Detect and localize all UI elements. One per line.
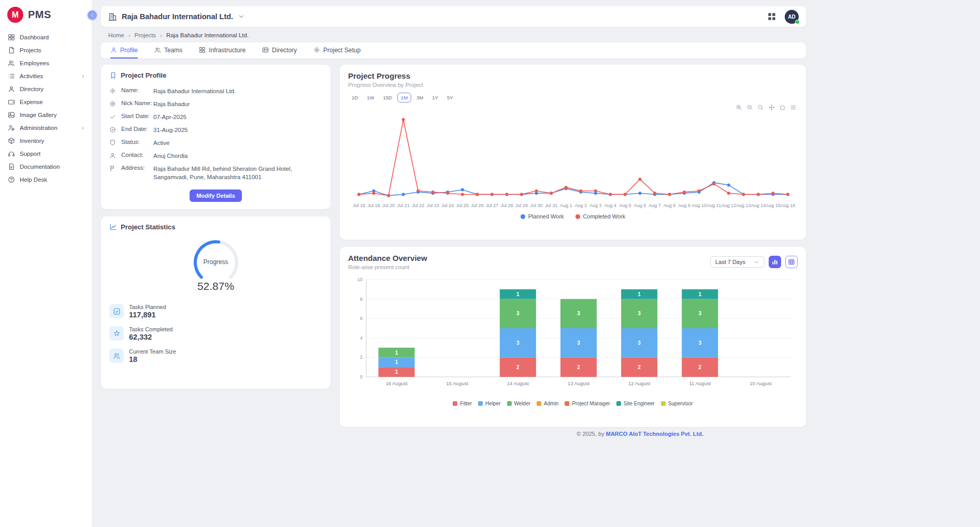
svg-text:2: 2	[699, 364, 702, 370]
bookmark-icon	[109, 71, 117, 79]
sidebar-item-label: Directory	[20, 86, 84, 92]
dashboard-icon	[8, 34, 15, 41]
legend-dot	[521, 214, 525, 219]
question-icon	[8, 176, 15, 183]
user-avatar[interactable]: AD	[785, 10, 799, 24]
range-3m-button[interactable]: 3M	[413, 93, 427, 103]
sidebar-item-help-desk[interactable]: Help Desk	[0, 173, 92, 186]
svg-text:Jul 24: Jul 24	[441, 203, 454, 208]
home-icon[interactable]	[779, 104, 786, 111]
people-icon	[154, 47, 161, 53]
breadcrumb: Home›Projects›Raja Bahadur International…	[108, 32, 806, 38]
legend-item[interactable]: Project Manager	[565, 401, 610, 406]
svg-text:Aug 10: Aug 10	[691, 203, 707, 208]
svg-text:3: 3	[638, 340, 641, 346]
range-1m-button[interactable]: 1M	[397, 93, 411, 103]
menu-icon[interactable]	[790, 104, 797, 111]
svg-text:Aug 2: Aug 2	[575, 203, 587, 208]
doc-icon	[8, 47, 15, 54]
svg-text:Aug 13: Aug 13	[736, 203, 751, 208]
profile-field: Contact:Anuj Chordia	[109, 149, 322, 162]
pan-icon[interactable]	[768, 104, 775, 111]
sidebar-collapse-button[interactable]	[88, 10, 97, 20]
svg-text:Jul 20: Jul 20	[382, 203, 395, 208]
legend-item[interactable]: Welder	[507, 401, 531, 406]
company-link[interactable]: MARCO AIoT Technologies Pvt. Ltd.	[606, 431, 703, 437]
legend-swatch	[565, 401, 569, 406]
sidebar-item-administration[interactable]: Administration›	[0, 121, 92, 134]
svg-text:1: 1	[395, 369, 398, 375]
legend-swatch	[661, 401, 666, 406]
legend-item[interactable]: Supervisor	[661, 401, 693, 406]
svg-text:15 August: 15 August	[446, 380, 469, 386]
profile-card-title: Project Profile	[121, 71, 166, 79]
range-15d-button[interactable]: 15D	[379, 93, 395, 103]
tab-project-setup[interactable]: Project Setup	[313, 42, 361, 58]
search-icon[interactable]	[757, 104, 764, 111]
range-5y-button[interactable]: 5Y	[443, 93, 457, 103]
sidebar-item-documentation[interactable]: Documentation	[0, 160, 92, 173]
apps-grid-icon[interactable]	[767, 12, 776, 21]
table-view-button[interactable]	[785, 256, 798, 268]
sidebar-item-inventory[interactable]: Inventory	[0, 134, 92, 147]
sidebar-item-image-gallery[interactable]: Image Gallery	[0, 108, 92, 121]
svg-text:3: 3	[516, 311, 520, 316]
attendance-bar-chart[interactable]: 024681016 August11115 August14 August233…	[351, 274, 795, 399]
legend-item[interactable]: Helper	[478, 401, 500, 406]
sidebar-item-support[interactable]: Support	[0, 147, 92, 160]
sidebar-item-expense[interactable]: Expense	[0, 95, 92, 108]
tab-profile[interactable]: Profile	[110, 42, 138, 58]
tab-label: Directory	[272, 47, 297, 54]
zoom-out-icon[interactable]	[746, 104, 753, 111]
project-profile-card: Project Profile Name:Raja Bahadur Intern…	[101, 65, 330, 209]
legend-dot	[575, 214, 580, 219]
stat-value: 62,332	[129, 333, 172, 341]
sidebar-item-directory[interactable]: Directory	[0, 82, 92, 95]
sidebar-item-activities[interactable]: Activities›	[0, 69, 92, 82]
legend-item[interactable]: Fitter	[453, 401, 472, 406]
breadcrumb-item[interactable]: Projects	[135, 32, 156, 38]
admin-icon	[8, 124, 15, 131]
app-name: PMS	[28, 9, 51, 21]
legend-item[interactable]: Completed Work	[575, 213, 626, 219]
range-1d-button[interactable]: 1D	[348, 93, 362, 103]
sidebar-item-dashboard[interactable]: Dashboard	[0, 31, 92, 43]
svg-text:1: 1	[638, 291, 641, 297]
svg-text:2: 2	[577, 364, 580, 370]
stat-item: Current Team Size18	[109, 348, 322, 363]
modify-details-button[interactable]: Modify Details	[190, 189, 242, 202]
breadcrumb-item[interactable]: Home	[108, 32, 124, 38]
flag-icon	[109, 165, 117, 172]
tab-directory[interactable]: Directory	[262, 42, 297, 58]
zoom-in-icon[interactable]	[736, 104, 742, 111]
sidebar-item-projects[interactable]: Projects	[0, 43, 92, 56]
legend-label: Project Manager	[572, 401, 610, 406]
legend-item[interactable]: Planned Work	[521, 213, 564, 219]
tab-teams[interactable]: Teams	[154, 42, 182, 58]
svg-text:Aug 14: Aug 14	[751, 203, 766, 208]
main-content: Raja Bahadur International Ltd. AD Home›…	[101, 6, 806, 437]
company-selector[interactable]: Raja Bahadur International Ltd.	[108, 12, 767, 21]
headset-icon	[8, 150, 15, 157]
tab-infrastructure[interactable]: Infrastructure	[199, 42, 246, 58]
field-value: Raja Bahadur International Ltd.	[153, 87, 322, 95]
progress-gauge: Progress	[177, 236, 255, 283]
range-1y-button[interactable]: 1Y	[428, 93, 442, 103]
legend-label: Fitter	[460, 401, 472, 406]
bar-view-button[interactable]	[769, 256, 781, 268]
svg-text:Aug 11: Aug 11	[707, 203, 721, 208]
field-label: Name:	[121, 87, 153, 93]
svg-text:Jul 23: Jul 23	[427, 203, 439, 208]
svg-text:Aug 8: Aug 8	[664, 203, 676, 208]
legend-item[interactable]: Admin	[537, 401, 558, 406]
profile-field: Name:Raja Bahadur International Ltd.	[109, 84, 322, 97]
sidebar-item-label: Inventory	[20, 138, 84, 144]
range-1w-button[interactable]: 1W	[363, 93, 378, 103]
legend-item[interactable]: Site Engineer	[616, 401, 655, 406]
copyright-text: © 2025, by	[577, 431, 604, 437]
date-range-select[interactable]: Last 7 Days	[710, 256, 765, 268]
sidebar-item-label: Dashboard	[20, 34, 84, 40]
progress-line-chart[interactable]: Jul 18Jul 19Jul 20Jul 21Jul 22Jul 23Jul …	[351, 110, 795, 213]
person-icon	[8, 85, 15, 93]
sidebar-item-employees[interactable]: Employees	[0, 56, 92, 69]
